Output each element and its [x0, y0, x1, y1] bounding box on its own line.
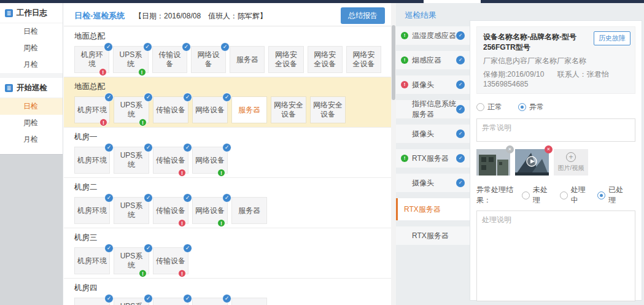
device-card[interactable]: 网络设备✓: [192, 298, 228, 305]
handle-description-input[interactable]: [476, 210, 635, 301]
result-item[interactable]: RTX服务器: [396, 226, 470, 245]
device-card[interactable]: 机房环境✓: [74, 197, 110, 224]
device-card[interactable]: 网络设备✓: [192, 96, 228, 123]
check-icon: ✓: [456, 154, 465, 163]
add-media-button[interactable]: + 图片/视频: [554, 149, 588, 176]
result-item[interactable]: !温湿度感应器✓: [396, 26, 470, 45]
device-card-label: 网络安全设备: [311, 50, 339, 69]
device-card[interactable]: 机房环境✓!: [74, 46, 109, 73]
page-title: 日检-巡检系统: [74, 10, 125, 21]
device-card[interactable]: 服务器: [230, 46, 265, 73]
device-card[interactable]: 网络安全设备: [271, 96, 306, 123]
device-card[interactable]: 网络安全设备: [346, 46, 381, 73]
result-item[interactable]: 摄像头✓: [396, 125, 470, 143]
result-item-label: 烟感应器: [412, 55, 441, 66]
room-section: 机房三机房环境✓UPS系统✓!传输设备✓!: [64, 228, 391, 279]
log-icon: ≣: [5, 9, 13, 17]
device-card[interactable]: 机房环境✓: [74, 147, 110, 174]
section-label: 机房一: [74, 132, 385, 142]
section-label: 地面总配: [74, 31, 385, 42]
device-card[interactable]: UPS系统✓!: [114, 247, 149, 274]
check-icon: ✓: [183, 143, 192, 152]
sidebar-group-title: 开始巡检: [17, 83, 47, 93]
handle-radio[interactable]: 处理中: [560, 185, 587, 206]
device-card-label: 传输设备: [156, 257, 185, 266]
result-item[interactable]: RTX服务器: [396, 198, 470, 220]
main-scrollbar[interactable]: [391, 3, 396, 305]
result-item[interactable]: !RTX服务器✓: [396, 149, 470, 168]
device-card[interactable]: 网络安全设备: [268, 46, 303, 73]
delete-icon[interactable]: ×: [506, 145, 514, 153]
status-radio[interactable]: 正常: [476, 102, 502, 112]
handle-radio[interactable]: 未处理: [522, 185, 549, 206]
device-card[interactable]: 网络安全设备: [308, 46, 343, 73]
check-icon: ✓: [144, 193, 153, 203]
detail-panel: 设备名称名称-品牌名称-型号256FGTR型号 历史故障 厂家信息内容厂家名称厂…: [470, 20, 642, 301]
device-card[interactable]: 传输设备✓: [153, 96, 188, 123]
section-label: 地面总配: [74, 82, 385, 92]
check-icon: ✓: [222, 193, 231, 203]
device-card[interactable]: UPS系统✓: [114, 197, 149, 224]
video-thumbnail[interactable]: ×: [515, 149, 549, 176]
device-card[interactable]: 服务器: [231, 197, 267, 224]
result-item[interactable]: !烟感应器✓: [396, 51, 470, 69]
handle-radio-label: 未处理: [533, 185, 549, 206]
status-radio[interactable]: 异常: [518, 102, 544, 112]
alert-icon: !: [178, 269, 186, 277]
device-card[interactable]: 机房环境✓: [74, 298, 110, 305]
room-section: 机房二机房环境✓UPS系统✓传输设备✓!网络设备✓!服务器: [64, 178, 391, 228]
building-photo: [476, 149, 510, 176]
alert-icon: !: [99, 118, 107, 126]
result-item[interactable]: 摄像头✓: [396, 174, 470, 192]
card-row: 机房环境✓!UPS系统✓!传输设备✓网络设备✓服务器网络安全设备网络安全设备: [74, 96, 385, 123]
device-card[interactable]: UPS系统✓!: [113, 46, 148, 73]
device-card[interactable]: 网络设备✓: [191, 46, 226, 73]
result-item[interactable]: !摄像头✓: [396, 75, 470, 94]
plus-icon: +: [566, 152, 576, 162]
card-row: 机房环境✓UPS系统✓传输设备✓!网络设备✓!服务器: [74, 197, 385, 224]
device-card[interactable]: UPS系统✓: [114, 147, 149, 174]
sidebar-item[interactable]: 月检: [0, 56, 63, 73]
sidebar-item[interactable]: 周检: [0, 40, 63, 56]
device-card-label: UPS系统: [117, 101, 146, 119]
device-card[interactable]: UPS系统✓: [114, 298, 149, 305]
device-card[interactable]: 机房环境✓!: [74, 96, 110, 123]
sidebar-item[interactable]: 日检: [0, 23, 63, 40]
device-card-label: 网络安全设备: [313, 101, 343, 119]
scrollbar-thumb[interactable]: [392, 25, 395, 100]
device-card[interactable]: 网络安全设备: [310, 96, 346, 123]
sidebar-item[interactable]: 周检: [0, 115, 63, 131]
delete-icon[interactable]: ×: [545, 145, 553, 153]
status-radio-label: 正常: [487, 102, 502, 112]
result-item[interactable]: 指挥信息系统服务器✓: [396, 100, 470, 118]
device-card[interactable]: 服务器: [231, 298, 267, 305]
device-card-label: 传输设备: [156, 206, 185, 215]
result-item-label: RTX服务器: [412, 231, 449, 241]
vendor-info: 厂家信息内容厂家名称厂家名称: [483, 56, 629, 66]
device-card[interactable]: 传输设备✓!: [153, 247, 188, 274]
summary-report-button[interactable]: 总结报告: [341, 7, 385, 24]
sidebar-item[interactable]: 日检: [0, 98, 63, 115]
history-fault-button[interactable]: 历史故障: [594, 31, 630, 45]
device-card[interactable]: 网络设备✓!: [192, 197, 228, 224]
check-icon: ✓: [183, 294, 192, 303]
device-card-label: 服务器: [238, 106, 260, 115]
device-card[interactable]: UPS系统✓!: [114, 96, 149, 123]
handle-radio[interactable]: 已处理: [597, 185, 624, 206]
device-card-label: 服务器: [236, 55, 258, 64]
sidebar-item[interactable]: 月检: [0, 131, 63, 148]
app-window: ≣工作日志日检周检月检≣开始巡检日检周检月检 日检-巡检系统 【日期：2016/…: [0, 0, 644, 305]
check-icon: ✓: [183, 93, 192, 102]
device-card-label: 网络设备: [195, 106, 225, 115]
device-card[interactable]: 服务器: [231, 96, 267, 123]
device-card[interactable]: 传输设备✓!: [153, 147, 188, 174]
abnormal-description-input[interactable]: [476, 118, 635, 142]
device-card[interactable]: 机房环境✓: [74, 247, 110, 274]
device-card[interactable]: 网络设备✓!: [192, 147, 228, 174]
handle-radio-label: 处理中: [571, 185, 587, 206]
device-card[interactable]: 传输设备✓: [152, 46, 187, 73]
device-card[interactable]: 传输设备✓: [153, 298, 188, 305]
photo-thumbnail[interactable]: ×: [476, 149, 510, 176]
device-card[interactable]: 传输设备✓!: [153, 197, 188, 224]
section-list: 地面总配机房环境✓!UPS系统✓!传输设备✓网络设备✓服务器网络安全设备网络安全…: [64, 27, 391, 305]
